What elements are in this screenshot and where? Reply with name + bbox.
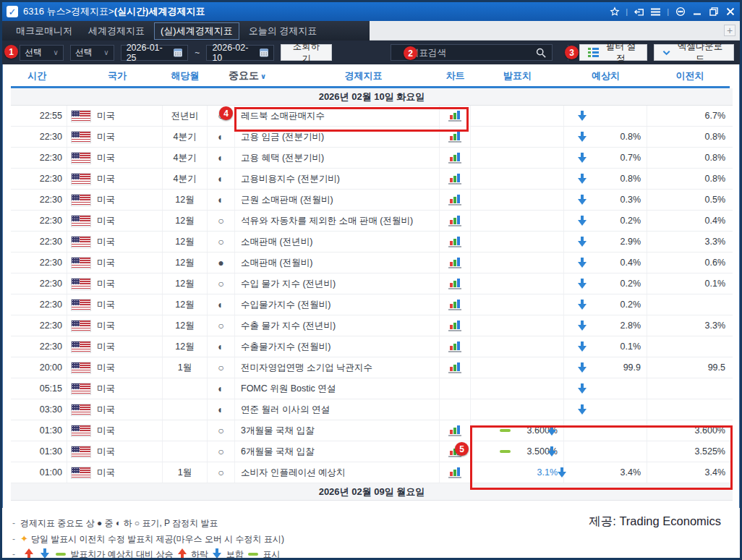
table-row[interactable]: 22:30 미국 12월 ● 소매판매 (전월비) 0.4% 0.6% [11,253,733,273]
col-header-forecast[interactable]: 예상치 [564,69,647,82]
cell-indicator-name[interactable]: 석유와 자동차를 제외한 소매 판매 (전월비) [235,211,440,231]
bar-chart-icon[interactable] [450,216,460,226]
table-row[interactable]: 22:30 미국 12월 ○ 수입 물가 지수 (전년비) 0.2% 0.1% [11,273,733,294]
cell-forecast: 2.9% [564,232,647,252]
col-header-previous[interactable]: 이전치 [647,69,733,82]
cell-indicator-name[interactable]: 수출 물가 지수 (전년비) [235,315,440,336]
maximize-icon[interactable] [708,7,719,17]
cell-indicator-name[interactable]: 3개월물 국채 입찰 [235,420,440,441]
col-header-indicator[interactable]: 경제지표 [287,69,440,82]
favorite-star-icon[interactable] [609,7,620,17]
importance-icon: ◐ [208,399,235,420]
cell-indicator-name[interactable]: 고용 혜택 (전분기비) [235,148,440,168]
cell-indicator-name[interactable]: 소매판매 (전년비) [235,232,440,252]
bar-chart-icon[interactable] [450,279,460,289]
menu-list-icon[interactable] [650,7,661,17]
table-row[interactable]: 20:00 미국 1월 ○ 전미자영업연맹 소기업 낙관지수 99.9 99.5 [11,357,733,378]
col-header-month[interactable]: 해당월 [163,69,208,82]
date-from-field[interactable]: 2026-01-25 [121,45,189,61]
table-row[interactable]: 22:30 미국 12월 ○ 소매판매 (전년비) 2.9% 3.3% [11,232,733,253]
cell-indicator-name[interactable]: 6개월물 국채 입찰 [235,441,440,462]
calendar-icon[interactable] [174,48,182,57]
bar-chart-icon[interactable] [450,321,460,331]
tab-realtime-world-indicators[interactable]: (실)세계경제지표 [154,22,239,40]
cell-indicator-name[interactable]: 소비자 인플레이션 예상치 [235,462,440,483]
cell-indicator-name[interactable]: FOMC 위원 Bostic 연설 [235,378,440,399]
cell-actual [471,336,564,357]
cell-indicator-name[interactable]: 소매판매 (전월비) [235,253,440,273]
date-range-tilde: ~ [195,48,200,58]
close-icon[interactable] [725,7,735,17]
indicator-search-input[interactable] [410,48,536,58]
importance-select[interactable]: 선택∨ [70,45,114,61]
cell-indicator-name[interactable]: 수입물가지수 (전월비) [235,294,440,315]
undock-window-icon[interactable] [634,7,644,17]
add-tab-button[interactable]: + [724,25,735,36]
bar-chart-icon[interactable] [450,467,460,478]
bar-chart-icon[interactable] [450,341,460,352]
cell-indicator-name[interactable]: 근원 소매판매 (전월비) [235,190,440,210]
importance-filter-caret-icon[interactable]: ∨ [260,72,266,80]
us-flag-icon [72,321,90,331]
cell-indicator-name[interactable]: 고용비용지수 (전분기비) [235,169,440,189]
search-input-wrap[interactable] [391,44,553,61]
tab-world-indicators[interactable]: 세계경제지표 [82,22,151,40]
cell-indicator-name[interactable]: 전미자영업연맹 소기업 낙관지수 [235,357,440,378]
cell-chart [440,127,471,147]
cell-chart [440,190,471,210]
query-button[interactable]: 조회하기 [281,44,332,61]
bar-chart-icon[interactable] [450,425,460,436]
table-row[interactable]: 01:30 미국 ○ 3개월물 국채 입찰 3.600% 3.600% [11,420,733,441]
bar-chart-icon[interactable] [450,174,460,184]
bar-chart-icon[interactable] [450,446,460,457]
filter-settings-button[interactable]: 필터 설정 [579,44,647,61]
col-header-actual[interactable]: 발표치 [471,69,564,82]
down-arrow-icon [578,383,587,394]
table-row[interactable]: 22:30 미국 4분기 ◐ 고용 임금 (전분기비) 0.8% 0.8% [11,127,733,148]
cell-country: 미국 [67,378,163,399]
tab-macro-manager[interactable]: 매크로매니저 [9,22,79,40]
col-header-time[interactable]: 시간 [11,69,67,82]
cell-indicator-name[interactable]: 수입 물가 지수 (전년비) [235,273,440,294]
bar-chart-icon[interactable] [450,237,460,247]
table-row[interactable]: 01:30 미국 ○ 6개월물 국채 입찰 3.500% 3.525% [11,441,733,462]
tab-today-indicators[interactable]: 오늘의 경제지표 [242,22,324,40]
bar-chart-icon[interactable] [450,362,460,373]
bar-chart-icon[interactable] [450,300,460,310]
table-row[interactable]: 22:30 미국 12월 ○ 수출 물가 지수 (전년비) 2.8% 3.3% [11,315,733,336]
table-row[interactable]: 22:30 미국 12월 ○ 석유와 자동차를 제외한 소매 판매 (전월비) … [11,211,733,232]
bar-chart-icon[interactable] [450,153,460,164]
table-row[interactable]: 22:30 미국 12월 ◐ 수출물가지수 (전월비) 0.1% [11,336,733,357]
cell-indicator-name[interactable]: 레드북 소매판매지수 [235,106,440,126]
cell-forecast: 0.2% [564,294,647,315]
cell-indicator-name[interactable]: 수출물가지수 (전월비) [235,336,440,357]
calendar-icon[interactable] [260,48,268,57]
cell-indicator-name[interactable]: 연준 월러 이사의 연설 [235,399,440,420]
table-row[interactable]: 22:30 미국 12월 ◐ 수입물가지수 (전월비) 0.2% [11,294,733,315]
cell-indicator-name[interactable]: 고용 임금 (전분기비) [235,127,440,147]
bar-chart-icon[interactable] [450,132,460,143]
footer: -경제지표 중요도 상 ● 중 ◐ 하 ○ 표기, P 잠정치 발표 -✦당일 … [2,508,740,558]
table-row[interactable]: 22:55 미국 전년비 ○ 레드북 소매판매지수 6.7% [11,106,733,127]
cell-previous: 3.600% [647,420,733,441]
country-label: 미국 [97,257,115,269]
col-header-chart[interactable]: 차트 [440,69,471,82]
help-chat-icon[interactable] [675,7,686,17]
date-to-field[interactable]: 2026-02-10 [206,45,274,61]
table-row[interactable]: 22:30 미국 4분기 ◐ 고용비용지수 (전분기비) 0.8% 0.8% [11,169,733,190]
col-header-importance[interactable]: 중요도∨ [208,69,287,82]
search-icon[interactable] [536,48,546,58]
table-row[interactable]: 05:15 미국 ◐ FOMC 위원 Bostic 연설 [11,378,733,399]
table-row[interactable]: 01:00 미국 1월 ○ 소비자 인플레이션 예상치 3.1% 3.4% 3.… [11,462,733,483]
minimize-icon[interactable] [691,7,702,17]
bar-chart-icon[interactable] [450,258,460,268]
country-select[interactable]: 선택∨ [20,45,64,61]
table-row[interactable]: 22:30 미국 4분기 ◐ 고용 혜택 (전분기비) 0.7% 0.8% [11,148,733,169]
excel-download-button[interactable]: 엑셀다운로드 [654,44,734,61]
col-header-country[interactable]: 국가 [67,69,163,82]
flat-dash-icon [248,553,258,556]
table-row[interactable]: 03:30 미국 ◐ 연준 월러 이사의 연설 [11,399,733,420]
bar-chart-icon[interactable] [450,111,460,122]
table-row[interactable]: 22:30 미국 12월 ◐ 근원 소매판매 (전월비) 0.3% 0.5% [11,190,733,211]
bar-chart-icon[interactable] [450,195,460,205]
